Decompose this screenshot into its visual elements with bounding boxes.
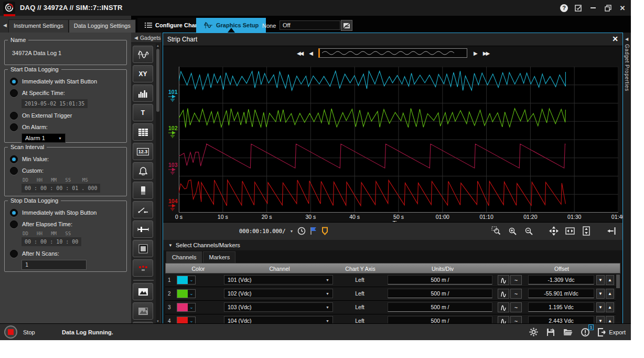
- offset-up-button[interactable]: ▲: [606, 275, 614, 285]
- close-gadget-icon[interactable]: ✕: [612, 35, 618, 43]
- history-overview-box[interactable]: [318, 48, 467, 58]
- units-per-div-field[interactable]: 500 m /: [388, 302, 492, 312]
- settings-button[interactable]: [529, 328, 538, 336]
- histogram-gadget-button[interactable]: [133, 85, 153, 102]
- zoom-box-button[interactable]: [490, 226, 502, 236]
- push-button-gadget-button[interactable]: [133, 240, 153, 257]
- restore-button[interactable]: [604, 4, 612, 12]
- fit-horizontal-button[interactable]: [564, 226, 576, 236]
- autoscale-channel-button[interactable]: [498, 289, 509, 299]
- tab-instrument-settings[interactable]: Instrument Settings: [8, 19, 69, 33]
- alerts-button[interactable]: 1: [581, 328, 589, 336]
- n-scans-field[interactable]: 1: [22, 260, 87, 270]
- chevron-down-icon[interactable]: ▼: [290, 229, 294, 233]
- radio-button[interactable]: [10, 112, 18, 120]
- alarm-gadget-button[interactable]: [133, 162, 153, 180]
- offset-down-button[interactable]: ▼: [596, 302, 605, 312]
- jump-end-button[interactable]: ▶▶: [483, 50, 489, 56]
- elapsed-time-field[interactable]: 00 : 00 : 10 : 00: [22, 237, 81, 246]
- select-channels-bar[interactable]: ▼ Select Channels/Markers: [163, 240, 622, 251]
- start-at-time-option[interactable]: At Specific Time:: [10, 89, 126, 97]
- scan-min-value-option[interactable]: Min Value:: [10, 155, 126, 163]
- help-button[interactable]: ?: [560, 4, 568, 12]
- export-button[interactable]: Export: [598, 328, 626, 336]
- channel-select[interactable]: 102 (Vdc)▼: [224, 289, 333, 298]
- tab-data-logging-settings[interactable]: Data Logging Settings: [69, 19, 136, 33]
- ac-coupling-button[interactable]: ~: [510, 275, 522, 285]
- offset-down-button[interactable]: ▼: [596, 275, 605, 285]
- datalog-name-value[interactable]: 34972A Data Log 1: [12, 50, 126, 56]
- channel-marker-104[interactable]: 104: [168, 199, 179, 212]
- start-external-trigger-option[interactable]: On External Trigger: [10, 111, 126, 120]
- offset-field[interactable]: -55.901 mVdc: [528, 289, 594, 298]
- step-back-button[interactable]: ◀: [309, 50, 312, 56]
- gadgets-scrollbar[interactable]: ▲ ▼: [156, 44, 160, 324]
- ac-coupling-button[interactable]: ~: [510, 302, 522, 312]
- radio-button[interactable]: [10, 78, 18, 86]
- tab-markers[interactable]: Markers: [203, 251, 235, 263]
- units-per-div-field[interactable]: 500 m /: [388, 289, 492, 298]
- fit-all-button[interactable]: [548, 226, 560, 236]
- radio-button[interactable]: [10, 89, 18, 97]
- stop-elapsed-time-option[interactable]: After Elapsed Time:: [10, 220, 126, 228]
- clock-icon[interactable]: [297, 227, 306, 235]
- channel-select[interactable]: 103 (Vdc)▼: [224, 302, 333, 312]
- image-disabled-gadget-button[interactable]: [133, 302, 153, 320]
- stop-button[interactable]: [4, 325, 17, 339]
- scan-interval-field[interactable]: 00 : 00 : 00 : 01 . 000: [22, 184, 100, 193]
- chart-canvas[interactable]: [179, 67, 618, 213]
- tab-channels[interactable]: Channels: [166, 251, 202, 263]
- zoom-in-button[interactable]: [507, 226, 518, 236]
- led-indicator-gadget-button[interactable]: [133, 259, 153, 277]
- offset-up-button[interactable]: ▲: [606, 302, 614, 312]
- channel-marker-101[interactable]: 101: [168, 90, 179, 102]
- offset-field[interactable]: -1.309 Vdc: [528, 275, 594, 285]
- flag-marker-icon[interactable]: [310, 227, 317, 235]
- collapse-left-icon[interactable]: ◀: [3, 23, 7, 28]
- strip-chart-gadget-button[interactable]: [133, 46, 153, 63]
- stop-after-n-scans-option[interactable]: After N Scans:: [10, 249, 126, 258]
- close-button[interactable]: ✕: [618, 4, 627, 12]
- specific-time-field[interactable]: 2019-05-02 15:01:35: [22, 99, 88, 108]
- start-immediately-option[interactable]: Immediately with Start Button: [10, 77, 126, 86]
- radio-button[interactable]: [10, 220, 18, 228]
- step-forward-button[interactable]: ▶: [474, 50, 477, 56]
- fit-vertical-button[interactable]: [581, 226, 592, 236]
- offset-up-button[interactable]: ▲: [606, 289, 614, 299]
- scan-custom-option[interactable]: Custom:: [10, 166, 126, 175]
- shield-marker-icon[interactable]: [321, 227, 328, 235]
- table-scrollbar[interactable]: [616, 273, 620, 322]
- radio-button[interactable]: [10, 209, 18, 217]
- xy-chart-gadget-button[interactable]: XY: [133, 65, 153, 82]
- time-per-div-value[interactable]: 000:00:10.000/: [239, 228, 286, 234]
- scroll-up-icon[interactable]: ▲: [156, 44, 160, 48]
- scrollbar-thumb[interactable]: [616, 275, 620, 288]
- open-button[interactable]: [563, 328, 573, 336]
- strip-chart-header[interactable]: Strip Chart ✕: [163, 33, 622, 46]
- jump-start-button[interactable]: ◀◀: [297, 50, 303, 56]
- channel-marker-102[interactable]: 102: [168, 126, 179, 139]
- units-per-div-field[interactable]: 500 m /: [388, 275, 492, 285]
- ac-coupling-button[interactable]: ~: [510, 289, 522, 299]
- save-button[interactable]: [546, 328, 555, 336]
- offset-field[interactable]: 1.195 Vdc: [528, 302, 594, 312]
- color-swatch-dropdown[interactable]: ⌄: [177, 303, 196, 312]
- start-on-alarm-option[interactable]: On Alarm:: [10, 123, 126, 131]
- gadgets-header[interactable]: ◀ Gadgets: [131, 33, 162, 43]
- table-gadget-button[interactable]: [133, 123, 153, 141]
- annotation-value-input[interactable]: [280, 20, 340, 30]
- strip-chart-plot[interactable]: 101102103104 0 s10 s20 s30 s40 s50 s01:0…: [163, 60, 622, 221]
- channel-marker-103[interactable]: 103: [168, 163, 179, 175]
- image-gadget-button[interactable]: [133, 283, 153, 300]
- vertical-slider-gadget-button[interactable]: [133, 182, 153, 199]
- color-swatch-dropdown[interactable]: ⌄: [177, 289, 196, 298]
- annotation-image-button[interactable]: [341, 20, 352, 31]
- radio-button[interactable]: [10, 123, 18, 131]
- gadget-properties-strip[interactable]: ◀ Gadget Properties: [623, 33, 631, 324]
- radio-button[interactable]: [10, 155, 18, 163]
- text-gadget-button[interactable]: T: [133, 104, 153, 121]
- radio-button[interactable]: [10, 167, 18, 175]
- channel-select[interactable]: 101 (Vdc)▼: [224, 275, 333, 285]
- radio-button[interactable]: [10, 250, 18, 258]
- offset-down-button[interactable]: ▼: [596, 289, 605, 299]
